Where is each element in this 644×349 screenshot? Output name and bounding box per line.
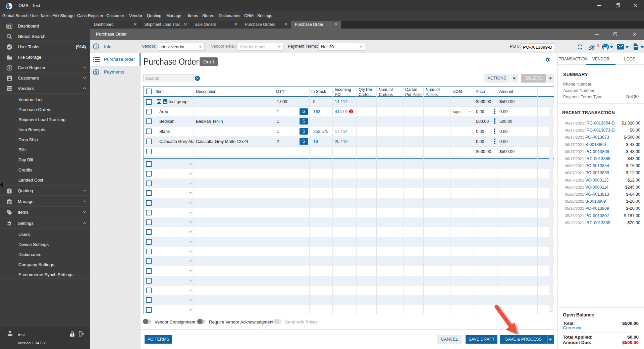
svg-text:?: ? [8, 190, 10, 193]
svg-text:$: $ [8, 66, 10, 70]
svg-text:$: $ [95, 70, 97, 75]
